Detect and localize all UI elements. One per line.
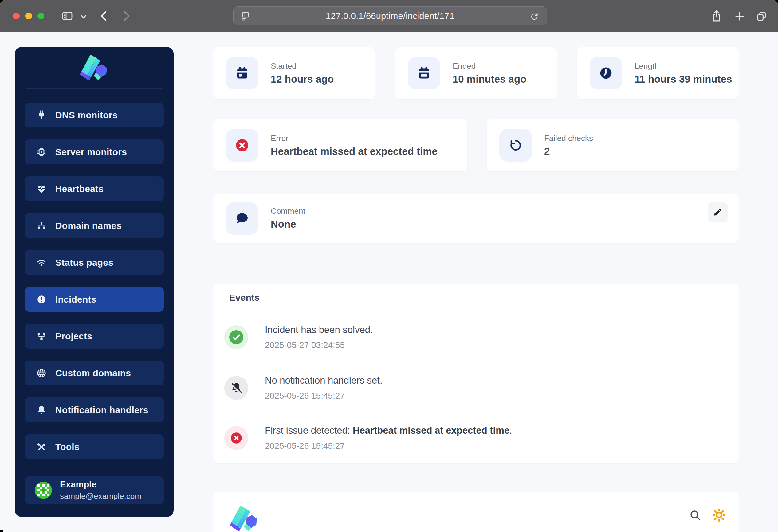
event-row-no-handlers: No notification handlers set. 2025-05-26…: [213, 363, 739, 413]
sidebar-item-label: Tools: [55, 442, 80, 452]
new-tab-icon[interactable]: [734, 10, 746, 22]
event-timestamp: 2025-05-26 15:45:27: [265, 441, 512, 451]
forward-icon[interactable]: [121, 9, 132, 23]
error-card: Error Heartbeat missed at expected time: [213, 119, 467, 171]
sidebar-item-custom-domains[interactable]: Custom domains: [24, 361, 164, 385]
stat-label: Error: [271, 134, 438, 143]
comment-value: None: [271, 218, 305, 230]
diagram-project-icon: [36, 331, 47, 342]
calendar-week-icon: [408, 57, 440, 89]
tab-overview-icon[interactable]: [755, 10, 768, 22]
sidebar-item-label: Server monitors: [55, 147, 127, 157]
sidebar-item-label: DNS monitors: [55, 110, 118, 120]
rotate-left-icon: [499, 129, 532, 162]
sidebar-item-tools[interactable]: Tools: [24, 434, 164, 459]
url-text: 127.0.0.1/66uptime/incident/171: [234, 11, 547, 21]
sidebar-divider: [26, 88, 162, 89]
stat-label: Started: [271, 62, 334, 71]
search-icon[interactable]: [689, 509, 701, 521]
wifi-icon: [36, 257, 47, 268]
globe-icon: [36, 368, 47, 378]
zoom-window-button[interactable]: [37, 13, 44, 19]
back-icon[interactable]: [99, 9, 109, 23]
sidebar-item-server-monitors[interactable]: Server monitors: [24, 140, 164, 164]
app-logo: [79, 54, 110, 83]
comment-icon: [226, 202, 258, 235]
circle-x-icon: [226, 129, 258, 162]
footer-bar: [213, 493, 739, 532]
stat-value: 12 hours ago: [271, 73, 334, 85]
event-timestamp: 2025-05-27 03:24:55: [265, 340, 373, 350]
plug-icon: [36, 110, 47, 120]
sitemap-icon: [36, 220, 47, 231]
profile-button[interactable]: Example sample@example.com: [24, 476, 164, 504]
sidebar-item-dns-monitors[interactable]: DNS monitors: [24, 103, 164, 127]
sidebar: DNS monitors Server monitors Heartbeats: [15, 47, 174, 517]
stat-value: 10 minutes ago: [453, 73, 526, 85]
circle-exclamation-icon: [36, 294, 47, 305]
event-text: First issue detected: Heartbeat missed a…: [265, 425, 512, 436]
pencil-icon: [713, 208, 722, 217]
share-icon[interactable]: [710, 9, 723, 23]
sidebar-item-notification-handlers[interactable]: Notification handlers: [24, 397, 164, 422]
event-text: Incident has been solved.: [265, 324, 373, 335]
close-window-button[interactable]: [13, 13, 20, 19]
sidebar-item-heartbeats[interactable]: Heartbeats: [24, 176, 164, 201]
minimize-window-button[interactable]: [25, 13, 32, 19]
bell-icon: [36, 405, 47, 415]
comment-card: Comment None: [213, 193, 739, 243]
sidebar-item-status-pages[interactable]: Status pages: [24, 250, 164, 275]
comment-label: Comment: [271, 206, 305, 216]
stat-value: 11 hours 39 minutes: [634, 73, 732, 85]
sidebar-item-label: Status pages: [55, 257, 113, 268]
stat-label: Length: [634, 62, 732, 71]
sidebar-toggle-icon[interactable]: [61, 10, 74, 22]
refresh-icon[interactable]: [529, 11, 539, 21]
event-timestamp: 2025-05-26 15:45:27: [265, 391, 383, 401]
sidebar-item-label: Incidents: [55, 294, 96, 305]
failed-checks-card: Failed checks 2: [487, 119, 739, 171]
sidebar-item-projects[interactable]: Projects: [24, 324, 164, 349]
sidebar-item-label: Heartbeats: [55, 184, 103, 194]
event-row-first-issue: First issue detected: Heartbeat missed a…: [213, 413, 739, 463]
sidebar-item-label: Projects: [55, 331, 92, 342]
stat-card-started: Started 12 hours ago: [213, 47, 375, 99]
profile-email: sample@example.com: [60, 492, 141, 501]
profile-name: Example: [60, 479, 141, 490]
stat-value: Heartbeat missed at expected time: [271, 146, 438, 157]
check-circle-icon: [224, 325, 248, 349]
events-title: Events: [229, 283, 259, 312]
calendar-day-icon: [226, 57, 258, 89]
sidebar-item-label: Notification handlers: [55, 405, 148, 415]
heart-pulse-icon: [36, 184, 47, 194]
stat-label: Failed checks: [544, 134, 593, 143]
screwdriver-wrench-icon: [36, 442, 47, 452]
screen-corner-artifact: [0, 530, 3, 532]
sidebar-item-incidents[interactable]: Incidents: [24, 287, 164, 312]
sidebar-nav: DNS monitors Server monitors Heartbeats: [24, 103, 164, 459]
microchip-icon: [36, 147, 47, 157]
browser-window: 127.0.0.1/66uptime/incident/171: [0, 0, 778, 532]
sidebar-item-label: Custom domains: [55, 368, 131, 378]
bell-slash-icon: [224, 376, 248, 400]
edit-comment-button[interactable]: [708, 202, 727, 222]
app-logo: [229, 505, 260, 532]
chevron-down-icon[interactable]: [79, 13, 88, 20]
event-row-solved: Incident has been solved. 2025-05-27 03:…: [213, 312, 739, 363]
stat-card-ended: Ended 10 minutes ago: [395, 47, 557, 99]
stat-card-length: Length 11 hours 39 minutes: [577, 47, 739, 99]
address-bar[interactable]: 127.0.0.1/66uptime/incident/171: [233, 6, 547, 25]
circle-x-icon: [224, 426, 248, 450]
browser-toolbar: 127.0.0.1/66uptime/incident/171: [0, 0, 778, 32]
stat-label: Ended: [453, 62, 526, 71]
sidebar-item-label: Domain names: [55, 220, 122, 231]
light-mode-sun-icon[interactable]: [712, 508, 726, 522]
stat-value: 2: [544, 146, 593, 157]
sidebar-item-domain-names[interactable]: Domain names: [24, 213, 164, 238]
event-text: No notification handlers set.: [265, 375, 383, 386]
events-card: Events Incident has been solved. 2025-05…: [213, 283, 739, 463]
avatar: [35, 481, 52, 499]
clock-icon: [590, 57, 622, 89]
